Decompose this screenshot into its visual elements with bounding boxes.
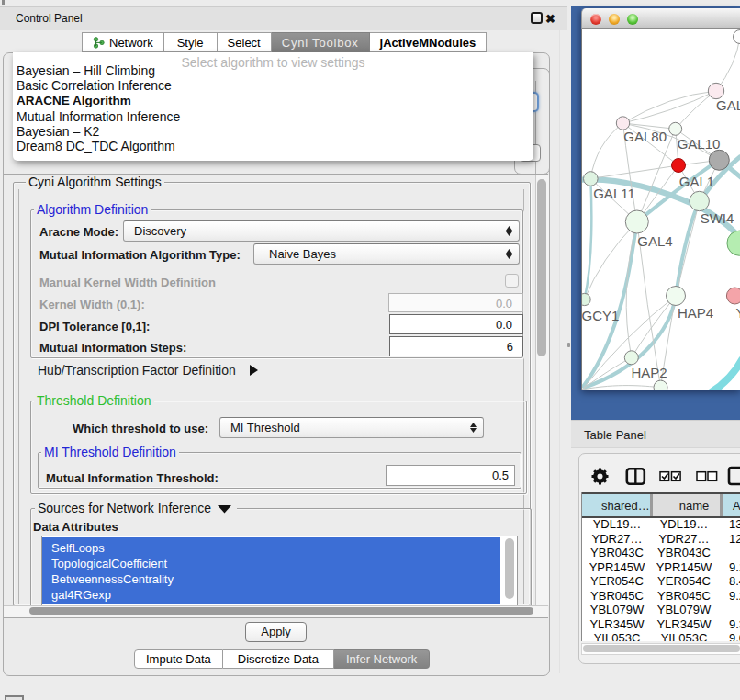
svg-text:HAP2: HAP2 bbox=[631, 365, 667, 380]
svg-text:GAL7: GAL7 bbox=[716, 97, 740, 113]
svg-text:GAL4: GAL4 bbox=[637, 233, 672, 249]
svg-text:GAL11: GAL11 bbox=[593, 186, 635, 201]
svg-text:GAL80: GAL80 bbox=[623, 129, 667, 144]
svg-text:SWI4: SWI4 bbox=[701, 210, 734, 226]
svg-text:GCY1: GCY1 bbox=[582, 308, 619, 323]
svg-text:GAL10: GAL10 bbox=[678, 136, 721, 152]
svg-text:HAP4: HAP4 bbox=[678, 305, 713, 321]
svg-text:YEL047C: YEL047C bbox=[736, 305, 740, 321]
svg-text:GAL1: GAL1 bbox=[679, 174, 714, 189]
